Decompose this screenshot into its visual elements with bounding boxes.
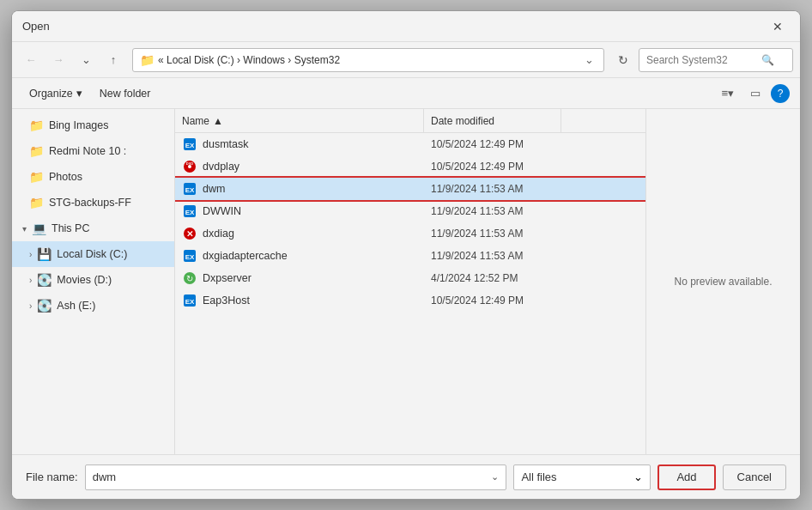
- dialog-title: Open: [22, 20, 766, 33]
- table-row[interactable]: EXdwm11/9/2024 11:53 AM: [175, 178, 645, 200]
- svg-text:↻: ↻: [186, 274, 193, 283]
- search-icon: 🔍: [761, 54, 774, 66]
- file-type-icon: EX: [182, 248, 197, 264]
- back-button[interactable]: ←: [19, 48, 43, 72]
- col-header-name[interactable]: Name ▲: [175, 109, 424, 132]
- svg-text:EX: EX: [185, 253, 195, 261]
- sidebar-item-ash-e[interactable]: ›💽Ash (E:): [12, 293, 174, 319]
- table-row[interactable]: EXEap3Host10/5/2024 12:49 PM: [175, 289, 645, 312]
- expand-icon: ›: [29, 301, 32, 311]
- bottom-bar: File name: dwm ⌄ All files ⌄ Add Cancel: [12, 454, 800, 499]
- help-button[interactable]: ?: [771, 84, 790, 103]
- content-area: 📁Bing Images📁Redmi Note 10 :📁Photos📁STG-…: [12, 109, 800, 454]
- filename-value: dwm: [93, 471, 116, 483]
- svg-text:EX: EX: [185, 298, 195, 306]
- filename-input[interactable]: dwm ⌄: [85, 464, 507, 490]
- table-row[interactable]: EXdxgiadaptercache11/9/2024 11:53 AM: [175, 245, 645, 267]
- file-type-icon: EX: [182, 203, 197, 219]
- action-buttons: Add Cancel: [657, 464, 786, 490]
- toolbar-right: ≡ ▾ ▭ ?: [716, 82, 790, 105]
- forward-button[interactable]: →: [46, 48, 70, 72]
- toolbar: Organize ▾ New folder ≡ ▾ ▭ ?: [12, 78, 800, 109]
- item-icon: 📁: [29, 196, 44, 209]
- file-name: Dxpserver: [203, 272, 251, 284]
- filetype-select[interactable]: All files ⌄: [513, 464, 651, 490]
- file-date: 11/9/2024 11:53 AM: [431, 205, 568, 217]
- view-icon: ≡: [722, 87, 729, 100]
- open-dialog: Open ✕ ← → ⌄ ↑ 📁 « Local Disk (C:) › Win…: [11, 10, 801, 500]
- address-dropdown-icon[interactable]: ⌄: [581, 52, 597, 68]
- table-row[interactable]: EXDWWIN11/9/2024 11:53 AM: [175, 200, 645, 222]
- item-icon: 💽: [37, 273, 52, 287]
- sidebar-item-label: Movies (D:): [57, 274, 112, 286]
- organize-button[interactable]: Organize ▾: [22, 82, 89, 105]
- col-date-label: Date modified: [431, 115, 494, 127]
- col-name-label: Name: [182, 115, 209, 127]
- sidebar-item-label: STG-backups-FF: [49, 197, 131, 209]
- close-button[interactable]: ✕: [766, 17, 790, 36]
- cancel-button[interactable]: Cancel: [723, 464, 786, 490]
- table-row[interactable]: ✕dxdiag11/9/2024 11:53 AM: [175, 222, 645, 245]
- item-icon: 💽: [37, 299, 52, 313]
- title-bar-controls: ✕: [766, 17, 790, 36]
- svg-text:EX: EX: [185, 209, 195, 216]
- file-name: dvdplay: [203, 161, 239, 173]
- file-name-cell: ↻Dxpserver: [182, 270, 431, 286]
- filename-label: File name:: [26, 471, 78, 483]
- svg-text:EX: EX: [185, 142, 195, 149]
- up-button[interactable]: ↑: [101, 48, 125, 72]
- add-button[interactable]: Add: [657, 464, 715, 490]
- expand-icon: ›: [29, 250, 32, 259]
- file-name: dwm: [203, 183, 225, 195]
- file-date: 4/1/2024 12:52 PM: [431, 272, 568, 284]
- file-type-icon: EX: [182, 293, 197, 308]
- file-type-icon: DVD: [182, 159, 197, 174]
- sidebar-item-this-pc[interactable]: ▾💻This PC: [12, 216, 174, 241]
- file-name-cell: EXdusmtask: [182, 137, 431, 152]
- sidebar-item-label: Redmi Note 10 :: [49, 145, 126, 157]
- title-bar: Open ✕: [12, 11, 800, 42]
- file-date: 10/5/2024 12:49 PM: [431, 161, 568, 173]
- file-date: 10/5/2024 12:49 PM: [431, 138, 568, 150]
- sidebar-item-label: Photos: [49, 171, 82, 183]
- file-name: dxdiag: [203, 228, 234, 240]
- file-name: dxgiadaptercache: [203, 250, 288, 262]
- navigation-bar: ← → ⌄ ↑ 📁 « Local Disk (C:) › Windows › …: [12, 42, 800, 78]
- view-button[interactable]: ≡ ▾: [716, 82, 740, 105]
- refresh-button[interactable]: ↻: [611, 48, 635, 72]
- table-row[interactable]: EXdusmtask10/5/2024 12:49 PM: [175, 133, 645, 155]
- expand-icon: ▾: [22, 224, 27, 234]
- sidebar-item-stg-backups[interactable]: 📁STG-backups-FF: [12, 190, 174, 216]
- sidebar-item-photos[interactable]: 📁Photos: [12, 164, 174, 190]
- recent-locations-button[interactable]: ⌄: [74, 48, 98, 72]
- file-name-cell: EXdxgiadaptercache: [182, 248, 431, 264]
- new-folder-button[interactable]: New folder: [93, 82, 158, 105]
- sidebar-item-bing-images[interactable]: 📁Bing Images: [12, 112, 174, 138]
- file-area: Name ▲ Date modified EXdusmtask10/5/2024…: [175, 109, 645, 454]
- filetype-dropdown-icon: ⌄: [633, 471, 643, 483]
- file-name: DWWIN: [203, 205, 241, 217]
- address-bar[interactable]: 📁 « Local Disk (C:) › Windows › System32…: [132, 48, 604, 72]
- table-row[interactable]: ↻Dxpserver4/1/2024 12:52 PM: [175, 267, 645, 289]
- sidebar-item-label: Bing Images: [49, 119, 108, 131]
- file-list: EXdusmtask10/5/2024 12:49 PMDVDdvdplay10…: [175, 133, 645, 454]
- item-icon: 📁: [29, 170, 44, 184]
- table-row[interactable]: DVDdvdplay10/5/2024 12:49 PM: [175, 155, 645, 178]
- file-date: 11/9/2024 11:53 AM: [431, 228, 568, 240]
- organize-dropdown-icon: ▾: [76, 87, 82, 100]
- file-name-cell: EXEap3Host: [182, 293, 431, 308]
- search-input[interactable]: [646, 54, 758, 66]
- pane-button[interactable]: ▭: [743, 82, 767, 105]
- item-icon: 📁: [29, 118, 44, 132]
- col-header-date[interactable]: Date modified: [424, 109, 561, 132]
- file-type-icon: ↻: [182, 270, 197, 286]
- col-sort-icon: ▲: [213, 115, 223, 127]
- item-icon: 💻: [32, 222, 46, 235]
- sidebar-item-redmi-note[interactable]: 📁Redmi Note 10 :: [12, 138, 174, 164]
- file-name-cell: EXdwm: [182, 181, 431, 197]
- sidebar-item-label: Ash (E:): [57, 300, 95, 312]
- search-box[interactable]: 🔍: [639, 48, 793, 72]
- sidebar-item-movies-d[interactable]: ›💽Movies (D:): [12, 267, 174, 293]
- view-arrow-icon: ▾: [728, 87, 734, 100]
- sidebar-item-local-disk-c[interactable]: ›💾Local Disk (C:): [12, 241, 174, 267]
